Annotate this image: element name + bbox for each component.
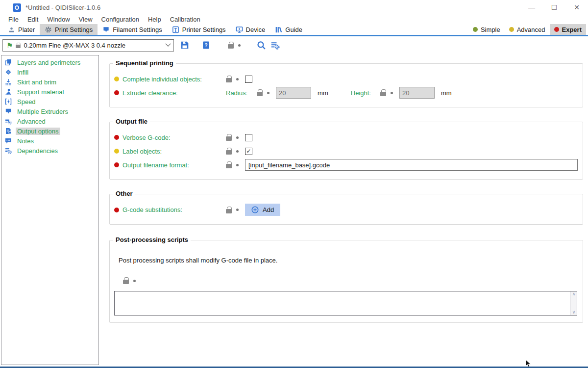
lock-icon[interactable]: [226, 136, 232, 141]
minimize-button[interactable]: —: [520, 0, 543, 15]
preset-dropdown[interactable]: ⚑ 0.20mm Fine @X-MAX 3 0.4 nozzle: [2, 39, 174, 52]
sidebar-item-support-material[interactable]: Support material: [1, 87, 98, 97]
output-options-icon: [4, 128, 12, 134]
sidebar-item-advanced[interactable]: Advanced: [1, 116, 98, 126]
menu-file[interactable]: File: [4, 16, 23, 23]
section-title: Other: [113, 190, 135, 197]
mode-simple[interactable]: Simple: [468, 24, 505, 35]
section-title: Sequential printing: [113, 59, 176, 67]
window-title: *Untitled - QIDISlicer-1.0.6: [25, 4, 100, 11]
mode-selector: Simple Advanced Expert: [468, 24, 588, 35]
post-processing-scripts-input[interactable]: [115, 291, 570, 315]
guide-icon: [275, 26, 282, 33]
sidebar-item-dependencies[interactable]: Dependencies: [1, 146, 98, 156]
revert-dot-icon[interactable]: [133, 280, 136, 282]
plus-circle-icon: [251, 206, 259, 213]
revert-dot-icon[interactable]: [236, 164, 239, 166]
device-icon: [236, 26, 243, 33]
tab-plater[interactable]: Plater: [3, 24, 40, 35]
layers-icon: [4, 59, 12, 66]
section-title: Output file: [113, 118, 150, 125]
extruders-icon: [4, 108, 12, 115]
revert-dot-icon[interactable]: [236, 136, 239, 139]
search-icon[interactable]: [257, 41, 266, 50]
sidebar-item-speed[interactable]: Speed: [1, 97, 98, 106]
revert-dot-icon[interactable]: [236, 78, 239, 80]
help-icon[interactable]: ?: [202, 41, 210, 50]
revert-dot-icon[interactable]: [238, 44, 241, 47]
option-bullet-icon: [114, 162, 119, 167]
output-filename-format-input[interactable]: [245, 159, 578, 171]
option-bullet-icon: [114, 149, 119, 154]
revert-dot-icon[interactable]: [267, 92, 270, 94]
option-row-label-objects: Label objects: ✓: [114, 145, 578, 157]
scroll-up-icon[interactable]: ∧: [572, 292, 576, 296]
advanced-icon: [4, 118, 12, 125]
tab-filament-settings[interactable]: Filament Settings: [98, 24, 167, 35]
app-window: *Untitled - QIDISlicer-1.0.6 — ☐ ✕ File …: [0, 0, 588, 368]
verbose-gcode-checkbox[interactable]: [245, 134, 252, 141]
option-bullet-icon: [114, 208, 119, 212]
tab-printer-settings[interactable]: Printer Settings: [167, 24, 231, 35]
lock-icon[interactable]: [226, 78, 232, 82]
settings-page: Sequential printing Complete individual …: [109, 55, 583, 365]
speed-icon: [4, 98, 12, 105]
scrollbar[interactable]: ∧ ∨: [570, 291, 577, 315]
post-processing-scripts-box: ∧ ∨: [114, 291, 577, 315]
complete-individual-objects-checkbox[interactable]: [245, 76, 252, 83]
tab-device[interactable]: Device: [231, 24, 270, 35]
preset-settings-icon[interactable]: [270, 41, 280, 50]
lock-icon[interactable]: [226, 164, 232, 168]
tab-print-settings[interactable]: Print Settings: [40, 24, 98, 35]
lock-icon[interactable]: [228, 44, 234, 49]
maximize-button[interactable]: ☐: [543, 0, 565, 15]
option-row-output-filename-format: Output filename format:: [114, 159, 578, 171]
sidebar-item-notes[interactable]: Notes: [1, 136, 98, 146]
preset-value: 0.20mm Fine @X-MAX 3 0.4 nozzle: [24, 42, 125, 49]
option-row-complete-individual-objects: Complete individual objects:: [114, 73, 578, 85]
section-sequential-printing: Sequential printing Complete individual …: [109, 63, 583, 107]
section-post-processing-scripts: Post-processing scripts Post processing …: [109, 240, 583, 323]
sidebar-item-multiple-extruders[interactable]: Multiple Extruders: [1, 106, 98, 116]
revert-dot-icon[interactable]: [236, 150, 239, 153]
section-output-file: Output file Verbose G-code: L: [109, 122, 583, 180]
option-row-gcode-substitutions: G-code substitutions: Add: [114, 204, 578, 216]
menu-help[interactable]: Help: [144, 16, 166, 23]
titlebar: *Untitled - QIDISlicer-1.0.6 — ☐ ✕: [0, 0, 588, 15]
expert-mode-dot-icon: [554, 27, 559, 32]
tab-guide[interactable]: Guide: [270, 24, 307, 35]
label-objects-checkbox[interactable]: ✓: [245, 148, 252, 155]
menu-window[interactable]: Window: [43, 16, 74, 23]
post-processing-description: Post processing scripts shall modify G-c…: [119, 257, 578, 264]
option-row-verbose-gcode: Verbose G-code:: [114, 131, 578, 143]
skirt-icon: [4, 79, 12, 85]
revert-dot-icon[interactable]: [391, 92, 393, 94]
mode-expert[interactable]: Expert: [550, 24, 586, 35]
extruder-clearance-radius-input[interactable]: [276, 87, 311, 99]
sidebar-item-output-options[interactable]: Output options: [1, 126, 98, 136]
mode-advanced[interactable]: Advanced: [505, 24, 550, 35]
sidebar-item-skirt-and-brim[interactable]: Skirt and brim: [1, 77, 98, 87]
lock-icon[interactable]: [226, 209, 232, 213]
section-other: Other G-code substitutions: Add: [109, 194, 583, 225]
dependencies-icon: [4, 147, 12, 154]
close-button[interactable]: ✕: [565, 0, 588, 15]
lock-icon[interactable]: [226, 150, 232, 155]
lock-icon[interactable]: [380, 92, 386, 96]
add-substitution-button[interactable]: Add: [245, 204, 280, 216]
menu-edit[interactable]: Edit: [23, 16, 43, 23]
menu-calibration[interactable]: Calibration: [166, 16, 205, 23]
advanced-mode-dot-icon: [509, 27, 514, 32]
save-icon[interactable]: [180, 41, 189, 50]
lock-icon[interactable]: [257, 92, 263, 96]
revert-dot-icon[interactable]: [236, 209, 239, 211]
scroll-down-icon[interactable]: ∨: [572, 310, 576, 315]
lock-icon[interactable]: [123, 280, 129, 284]
plater-icon: [8, 26, 15, 33]
menu-configuration[interactable]: Configuration: [97, 16, 144, 23]
sidebar-item-infill[interactable]: Infill: [1, 67, 98, 77]
sidebar-item-layers-and-perimeters[interactable]: Layers and perimeters: [1, 57, 98, 67]
extruder-clearance-height-input[interactable]: [399, 87, 435, 99]
menu-view[interactable]: View: [74, 16, 97, 23]
option-bullet-icon: [114, 90, 119, 95]
